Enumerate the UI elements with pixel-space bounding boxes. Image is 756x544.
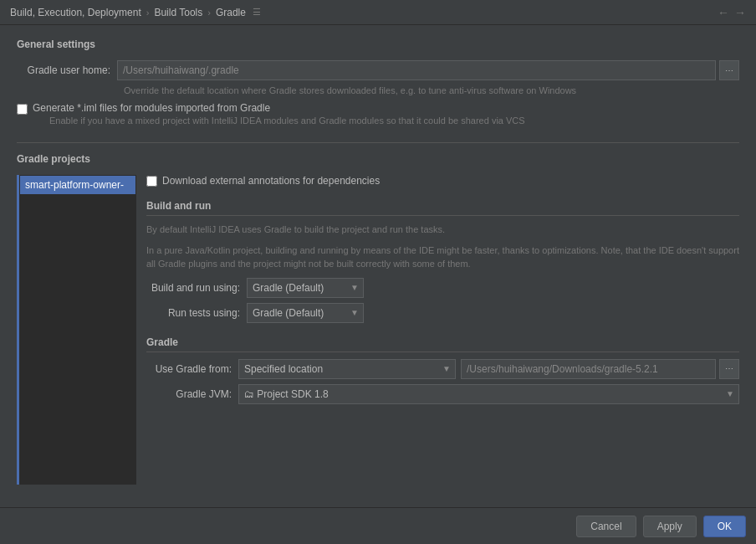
gradle-path-input[interactable] bbox=[461, 359, 716, 379]
build-run-using-select[interactable]: Gradle (Default) IntelliJ IDEA bbox=[247, 278, 364, 298]
gradle-user-home-input-group: ⋯ bbox=[117, 60, 739, 80]
ext-annotations-row: Download external annotations for depend… bbox=[146, 175, 739, 187]
gradle-user-home-label: Gradle user home: bbox=[17, 64, 117, 76]
generate-iml-hint: Enable if you have a mixed project with … bbox=[49, 115, 525, 126]
gradle-jvm-label: Gradle JVM: bbox=[146, 388, 238, 400]
gradle-user-home-browse-button[interactable]: ⋯ bbox=[719, 60, 739, 80]
ok-button[interactable]: OK bbox=[703, 516, 746, 537]
run-tests-using-label: Run tests using: bbox=[146, 307, 247, 319]
run-tests-using-select-wrapper: Gradle (Default) IntelliJ IDEA ▼ bbox=[247, 303, 364, 323]
gradle-path-browse-button[interactable]: ⋯ bbox=[719, 359, 739, 379]
cancel-button[interactable]: Cancel bbox=[576, 516, 636, 537]
gradle-projects-section: smart-platform-owner- Download external … bbox=[17, 175, 739, 485]
projects-list: smart-platform-owner- bbox=[19, 175, 136, 485]
build-run-using-row: Build and run using: Gradle (Default) In… bbox=[146, 278, 739, 298]
use-gradle-from-select-wrapper: Specified location 'wrapper' task in Gra… bbox=[238, 359, 456, 379]
build-run-using-select-wrapper: Gradle (Default) IntelliJ IDEA ▼ bbox=[247, 278, 364, 298]
nav-back-icon[interactable]: ← bbox=[718, 6, 729, 19]
use-gradle-from-select[interactable]: Specified location 'wrapper' task in Gra… bbox=[238, 359, 456, 379]
gradle-subsection: Gradle Use Gradle from: Specified locati… bbox=[146, 336, 739, 404]
gradle-user-home-hint: Override the default location where Grad… bbox=[124, 85, 739, 95]
general-settings-section: General settings Gradle user home: ⋯ Ove… bbox=[17, 38, 739, 126]
gradle-subsection-title: Gradle bbox=[146, 336, 739, 352]
project-settings: Download external annotations for depend… bbox=[146, 175, 739, 485]
build-and-run-subsection: Build and run By default IntelliJ IDEA u… bbox=[146, 200, 739, 323]
generate-iml-label: Generate *.iml files for modules importe… bbox=[33, 102, 525, 114]
generate-iml-row: Generate *.iml files for modules importe… bbox=[17, 102, 739, 126]
breadcrumb-item-2[interactable]: Build Tools bbox=[154, 7, 202, 18]
gradle-jvm-select[interactable]: 🗂 Project SDK 1.8 Project SDK 1.8 bbox=[238, 384, 739, 404]
gradle-user-home-row: Gradle user home: ⋯ bbox=[17, 60, 739, 80]
breadcrumb-menu-icon[interactable]: ☰ bbox=[253, 7, 261, 18]
generate-iml-checkbox[interactable] bbox=[17, 104, 28, 115]
breadcrumb-sep-1: › bbox=[146, 8, 150, 18]
gradle-user-home-input[interactable] bbox=[117, 60, 716, 80]
use-gradle-from-label: Use Gradle from: bbox=[146, 363, 238, 375]
run-tests-using-select[interactable]: Gradle (Default) IntelliJ IDEA bbox=[247, 303, 364, 323]
apply-button[interactable]: Apply bbox=[643, 516, 697, 537]
general-settings-title: General settings bbox=[17, 38, 739, 50]
build-and-run-title: Build and run bbox=[146, 200, 739, 216]
project-item[interactable]: smart-platform-owner- bbox=[20, 176, 135, 194]
breadcrumb-item-3[interactable]: Gradle bbox=[216, 7, 246, 18]
use-gradle-from-row: Use Gradle from: Specified location 'wra… bbox=[146, 359, 739, 379]
content-area: General settings Gradle user home: ⋯ Ove… bbox=[0, 25, 756, 507]
gradle-projects-title: Gradle projects bbox=[17, 153, 739, 165]
gradle-jvm-row: Gradle JVM: 🗂 Project SDK 1.8 Project SD… bbox=[146, 384, 739, 404]
breadcrumb-bar: Build, Execution, Deployment › Build Too… bbox=[0, 0, 756, 25]
build-and-run-hint2: In a pure Java/Kotlin project, building … bbox=[146, 244, 739, 271]
section-divider bbox=[17, 142, 739, 143]
nav-forward-icon[interactable]: → bbox=[734, 6, 746, 19]
build-run-using-label: Build and run using: bbox=[146, 282, 247, 294]
build-and-run-hint1: By default IntelliJ IDEA uses Gradle to … bbox=[146, 223, 739, 237]
breadcrumb-sep-2: › bbox=[207, 8, 211, 18]
button-bar: Cancel Apply OK bbox=[0, 507, 756, 544]
main-container: General settings Gradle user home: ⋯ Ove… bbox=[0, 25, 756, 507]
ext-annotations-checkbox[interactable] bbox=[146, 176, 157, 187]
ext-annotations-label: Download external annotations for depend… bbox=[162, 175, 380, 187]
gradle-jvm-select-wrapper: 🗂 Project SDK 1.8 Project SDK 1.8 ▼ bbox=[238, 384, 739, 404]
nav-arrows: ← → bbox=[718, 6, 746, 19]
breadcrumb-item-1[interactable]: Build, Execution, Deployment bbox=[10, 7, 141, 18]
run-tests-using-row: Run tests using: Gradle (Default) Intell… bbox=[146, 303, 739, 323]
